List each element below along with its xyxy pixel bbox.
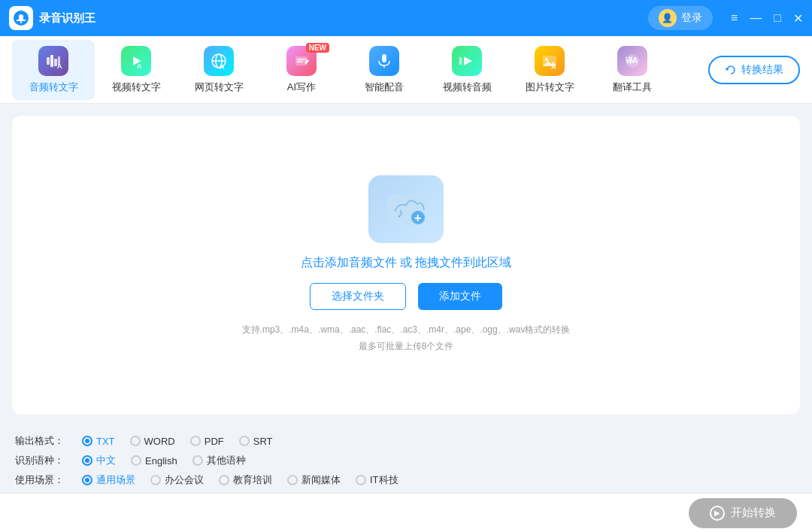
tab-audio-to-text-label: 音频转文字 bbox=[29, 81, 78, 94]
svg-text:A: A bbox=[57, 62, 62, 70]
scene-office-radio[interactable] bbox=[150, 475, 161, 485]
tab-smart-voice[interactable]: 智能配音 bbox=[343, 40, 426, 100]
convert-result-button[interactable]: 转换结果 bbox=[708, 56, 800, 84]
drop-zone-text: 点击添加音频文件 或 拖拽文件到此区域 bbox=[301, 255, 512, 271]
svg-rect-2 bbox=[17, 20, 26, 21]
img-to-text-icon: A bbox=[535, 46, 565, 76]
scene-education[interactable]: 教育培训 bbox=[219, 473, 272, 487]
title-bar: 录音识别王 👤 登录 ≡ — □ ✕ bbox=[0, 0, 812, 36]
audio-to-text-icon: A bbox=[38, 46, 68, 76]
svg-text:A: A bbox=[632, 56, 638, 65]
app-title: 录音识别王 bbox=[39, 11, 648, 26]
output-format-row: 输出格式： TXT WORD PDF SRT bbox=[15, 434, 797, 448]
bottom-bar: ▶ 开始转换 bbox=[0, 493, 812, 532]
new-badge: NEW bbox=[306, 43, 329, 53]
tab-smart-voice-label: 智能配音 bbox=[365, 81, 404, 94]
scene-news[interactable]: 新闻媒体 bbox=[287, 473, 341, 487]
svg-rect-21 bbox=[459, 57, 462, 65]
tab-video-to-text[interactable]: A 视频转文字 bbox=[95, 40, 177, 100]
tab-video-audio-label: 视频转音频 bbox=[443, 81, 492, 94]
avatar: 👤 bbox=[659, 9, 677, 27]
tab-img-to-text-label: 图片转文字 bbox=[526, 81, 574, 94]
tab-ai-write-label: AI写作 bbox=[287, 81, 316, 94]
scene-education-radio[interactable] bbox=[219, 475, 229, 485]
scene-it[interactable]: IT科技 bbox=[356, 473, 398, 487]
format-word-radio[interactable] bbox=[130, 436, 141, 446]
tab-translate-label: 翻译工具 bbox=[613, 81, 652, 94]
video-to-text-icon: A bbox=[121, 46, 151, 76]
support-text: 支持.mp3、.m4a、.wma、.aac、.flac、.ac3、.m4r、.a… bbox=[242, 322, 571, 354]
drop-zone-buttons: 选择文件夹 添加文件 bbox=[310, 283, 502, 310]
nav-bar: A 音频转文字 A 视频转文字 A 网页转文字 NEW AI写作 bbox=[0, 36, 812, 104]
svg-rect-3 bbox=[20, 21, 22, 23]
svg-text:A: A bbox=[220, 63, 225, 70]
smart-voice-icon bbox=[369, 46, 399, 76]
login-label: 登录 bbox=[681, 11, 702, 25]
format-pdf[interactable]: PDF bbox=[190, 436, 224, 447]
svg-rect-15 bbox=[295, 56, 308, 65]
convert-result-label: 转换结果 bbox=[741, 63, 783, 77]
lang-other-radio[interactable] bbox=[192, 455, 203, 466]
language-label: 识别语种： bbox=[15, 454, 64, 467]
scene-label: 使用场景： bbox=[15, 473, 64, 487]
tab-web-to-text-label: 网页转文字 bbox=[195, 81, 244, 94]
video-audio-icon bbox=[452, 46, 482, 76]
svg-text:A: A bbox=[551, 63, 556, 70]
svg-marker-20 bbox=[464, 56, 472, 65]
tab-img-to-text[interactable]: A 图片转文字 bbox=[508, 40, 591, 100]
tab-translate[interactable]: 译A 翻译工具 bbox=[591, 40, 674, 100]
start-convert-button[interactable]: ▶ 开始转换 bbox=[689, 498, 797, 528]
scene-general-radio[interactable] bbox=[82, 475, 92, 485]
language-row: 识别语种： 中文 English 其他语种 bbox=[15, 454, 797, 467]
start-btn-icon: ▶ bbox=[710, 506, 725, 521]
scene-group: 通用场景 办公会议 教育培训 新闻媒体 IT科技 bbox=[82, 473, 398, 487]
lang-chinese-radio[interactable] bbox=[82, 455, 92, 466]
nav-tabs: A 音频转文字 A 视频转文字 A 网页转文字 NEW AI写作 bbox=[12, 40, 696, 100]
login-button[interactable]: 👤 登录 bbox=[648, 6, 713, 30]
svg-text:♪: ♪ bbox=[397, 205, 404, 220]
close-icon[interactable]: ✕ bbox=[793, 11, 803, 26]
format-pdf-radio[interactable] bbox=[190, 436, 201, 446]
minimize-icon[interactable]: — bbox=[750, 11, 762, 26]
app-logo bbox=[9, 6, 33, 30]
drop-zone[interactable]: ♪ + 点击添加音频文件 或 拖拽文件到此区域 选择文件夹 添加文件 支持.mp… bbox=[12, 116, 800, 415]
format-srt[interactable]: SRT bbox=[239, 436, 273, 447]
format-word[interactable]: WORD bbox=[130, 436, 175, 447]
translate-icon: 译A bbox=[617, 46, 647, 76]
language-group: 中文 English 其他语种 bbox=[82, 454, 246, 467]
lang-english-radio[interactable] bbox=[131, 455, 141, 466]
output-format-group: TXT WORD PDF SRT bbox=[82, 436, 273, 447]
svg-rect-4 bbox=[47, 57, 50, 65]
format-srt-radio[interactable] bbox=[239, 436, 250, 446]
tab-video-to-text-label: 视频转文字 bbox=[112, 81, 161, 94]
svg-rect-5 bbox=[50, 55, 53, 67]
tab-video-audio[interactable]: 视频转音频 bbox=[426, 40, 508, 100]
svg-point-23 bbox=[545, 58, 548, 61]
maximize-icon[interactable]: □ bbox=[774, 11, 781, 26]
scene-general[interactable]: 通用场景 bbox=[82, 473, 135, 487]
scene-news-radio[interactable] bbox=[287, 475, 298, 485]
lang-chinese[interactable]: 中文 bbox=[82, 454, 116, 467]
web-to-text-icon: A bbox=[204, 46, 234, 76]
svg-text:+: + bbox=[414, 211, 421, 224]
output-format-label: 输出格式： bbox=[15, 434, 64, 448]
lang-english[interactable]: English bbox=[131, 455, 177, 467]
format-txt-radio[interactable] bbox=[82, 436, 92, 446]
menu-icon[interactable]: ≡ bbox=[731, 11, 738, 26]
window-controls: ≡ — □ ✕ bbox=[731, 11, 803, 26]
select-folder-button[interactable]: 选择文件夹 bbox=[310, 283, 406, 310]
main-content: ♪ + 点击添加音频文件 或 拖拽文件到此区域 选择文件夹 添加文件 支持.mp… bbox=[0, 104, 812, 427]
tab-audio-to-text[interactable]: A 音频转文字 bbox=[12, 40, 95, 100]
format-txt[interactable]: TXT bbox=[82, 436, 115, 447]
add-file-button[interactable]: 添加文件 bbox=[418, 283, 502, 310]
scene-it-radio[interactable] bbox=[356, 475, 366, 485]
drop-zone-icon: ♪ + bbox=[368, 175, 444, 243]
scene-office[interactable]: 办公会议 bbox=[150, 473, 204, 487]
svg-text:A: A bbox=[137, 62, 142, 70]
tab-ai-write[interactable]: NEW AI写作 bbox=[260, 40, 343, 100]
lang-other[interactable]: 其他语种 bbox=[192, 454, 246, 467]
start-btn-label: 开始转换 bbox=[731, 506, 776, 520]
scene-row: 使用场景： 通用场景 办公会议 教育培训 新闻媒体 IT科技 bbox=[15, 473, 797, 487]
tab-web-to-text[interactable]: A 网页转文字 bbox=[177, 40, 260, 100]
svg-rect-18 bbox=[382, 54, 386, 62]
